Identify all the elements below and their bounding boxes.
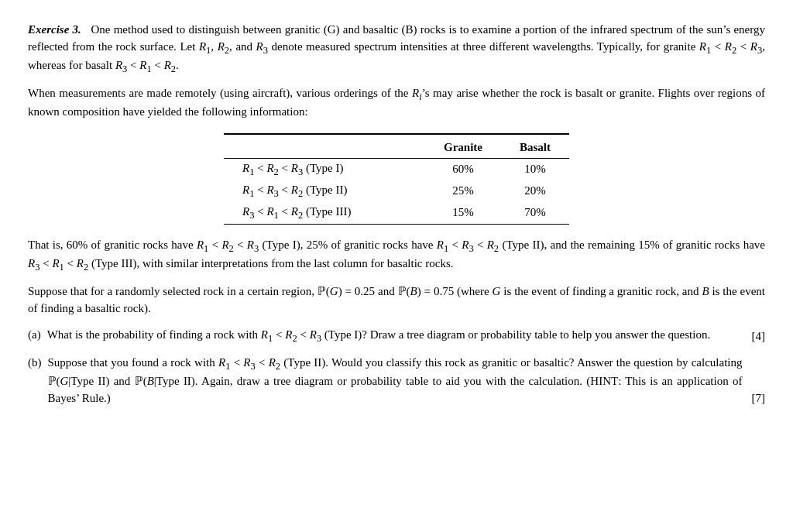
part-b-letter: (b) [28, 355, 42, 407]
col-basalt-header: Basalt [501, 138, 569, 158]
rock-table: Granite Basalt R1 < R2 < R3 (Type I) 60%… [224, 133, 569, 225]
paragraph-4: Suppose that for a randomly selected roc… [28, 283, 765, 317]
part-a-text: What is the probability of finding a roc… [47, 327, 711, 345]
type-iii-granite: 15% [425, 202, 501, 225]
table-row: R3 < R1 < R2 (Type III) 15% 70% [224, 202, 569, 225]
part-b-body: Suppose that you found a rock with R1 < … [48, 355, 766, 407]
paragraph-3: That is, 60% of granitic rocks have R1 <… [28, 237, 765, 274]
type-i-basalt: 10% [501, 158, 569, 180]
paragraph-2: When measurements are made remotely (usi… [28, 85, 765, 121]
table-row: R1 < R2 < R3 (Type I) 60% 10% [224, 158, 569, 180]
exercise-label: Exercise 3. [28, 23, 81, 36]
type-ii-basalt: 20% [501, 180, 569, 202]
exercise-intro: Exercise 3. One method used to distingui… [28, 22, 765, 76]
part-a-letter: (a) [28, 327, 41, 345]
data-table-container: Granite Basalt R1 < R2 < R3 (Type I) 60%… [28, 133, 765, 225]
col-granite-header: Granite [425, 138, 501, 158]
type-i-label: R1 < R2 < R3 (Type I) [224, 158, 425, 180]
part-b-text: Suppose that you found a rock with R1 < … [48, 355, 743, 407]
part-a-body: What is the probability of finding a roc… [47, 327, 765, 345]
type-iii-basalt: 70% [501, 202, 569, 225]
table-row: R1 < R3 < R2 (Type II) 25% 20% [224, 180, 569, 202]
type-iii-label: R3 < R1 < R2 (Type III) [224, 202, 425, 225]
type-ii-label: R1 < R3 < R2 (Type II) [224, 180, 425, 202]
part-a-mark: [4] [752, 328, 766, 345]
part-b-mark: [7] [752, 390, 766, 407]
type-i-granite: 60% [425, 158, 501, 180]
part-b-block: (b) Suppose that you found a rock with R… [28, 355, 765, 407]
exercise-block: Exercise 3. One method used to distingui… [28, 22, 765, 407]
part-a-block: (a) What is the probability of finding a… [28, 327, 765, 345]
col-type-header [224, 138, 425, 158]
type-ii-granite: 25% [425, 180, 501, 202]
